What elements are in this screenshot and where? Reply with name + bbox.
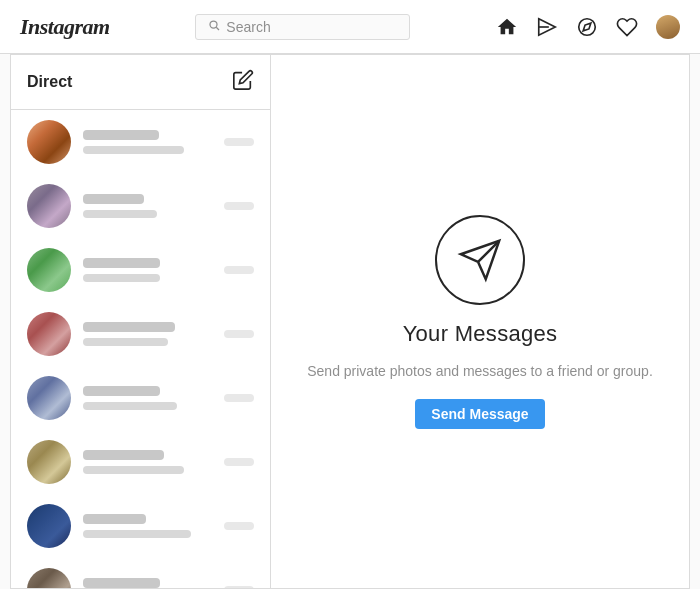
conversation-avatar: [27, 504, 71, 548]
conversation-item[interactable]: [11, 366, 270, 430]
conversation-item[interactable]: [11, 238, 270, 302]
conversation-name: [83, 130, 159, 140]
conversation-info: [83, 258, 212, 282]
activity-icon[interactable]: [616, 16, 638, 38]
conversation-name: [83, 322, 175, 332]
conversation-info: [83, 386, 212, 410]
main-content: Direct Your Messages Send private photos…: [10, 54, 690, 589]
explore-icon[interactable]: [576, 16, 598, 38]
compose-icon[interactable]: [232, 69, 254, 95]
nav-icons: [496, 15, 680, 39]
navbar: Instagram: [0, 0, 700, 54]
conversation-preview: [83, 402, 177, 410]
conversation-info: [83, 130, 212, 154]
search-bar[interactable]: [195, 14, 410, 40]
conversation-name: [83, 386, 160, 396]
send-nav-icon[interactable]: [536, 16, 558, 38]
svg-marker-5: [583, 23, 591, 31]
conversation-time: [224, 266, 254, 274]
conversation-name: [83, 194, 144, 204]
conversation-info: [83, 322, 212, 346]
home-icon[interactable]: [496, 16, 518, 38]
conversation-name: [83, 450, 164, 460]
right-panel: Your Messages Send private photos and me…: [271, 55, 689, 588]
conversation-time: [224, 138, 254, 146]
conversation-item[interactable]: [11, 558, 270, 588]
conversation-info: [83, 194, 212, 218]
message-icon-circle: [435, 215, 525, 305]
send-message-button[interactable]: Send Message: [415, 399, 544, 429]
conversation-item[interactable]: [11, 174, 270, 238]
conversation-avatar: [27, 440, 71, 484]
conversation-avatar: [27, 312, 71, 356]
conversation-preview: [83, 530, 191, 538]
conversation-avatar: [27, 184, 71, 228]
svg-point-4: [579, 18, 596, 35]
svg-point-0: [210, 21, 217, 28]
conversation-avatar: [27, 248, 71, 292]
search-icon: [208, 19, 220, 34]
conversation-item[interactable]: [11, 110, 270, 174]
messages-subtitle: Send private photos and messages to a fr…: [307, 363, 653, 379]
conversation-preview: [83, 274, 160, 282]
conversation-name: [83, 258, 160, 268]
conversation-time: [224, 394, 254, 402]
conversation-name: [83, 514, 146, 524]
conversation-item[interactable]: [11, 494, 270, 558]
conversation-preview: [83, 146, 184, 154]
conversation-preview: [83, 466, 184, 474]
profile-avatar[interactable]: [656, 15, 680, 39]
instagram-logo: Instagram: [20, 14, 110, 40]
conversation-avatar: [27, 120, 71, 164]
conversation-info: [83, 514, 212, 538]
conversation-preview: [83, 210, 157, 218]
messages-title: Your Messages: [403, 321, 558, 347]
conversation-name: [83, 578, 160, 588]
conversation-time: [224, 522, 254, 530]
sidebar-header: Direct: [11, 55, 270, 110]
conversation-time: [224, 458, 254, 466]
conversation-item[interactable]: [11, 430, 270, 494]
conversation-time: [224, 330, 254, 338]
conversation-item[interactable]: [11, 302, 270, 366]
search-input[interactable]: [226, 19, 397, 35]
conversation-avatar: [27, 376, 71, 420]
conversation-time: [224, 586, 254, 588]
conversation-avatar: [27, 568, 71, 588]
conversation-preview: [83, 338, 168, 346]
sidebar-title: Direct: [27, 73, 72, 91]
sidebar: Direct: [11, 55, 271, 588]
svg-line-1: [217, 27, 220, 30]
conversation-info: [83, 578, 212, 588]
conversation-time: [224, 202, 254, 210]
conversation-list: [11, 110, 270, 588]
conversation-info: [83, 450, 212, 474]
